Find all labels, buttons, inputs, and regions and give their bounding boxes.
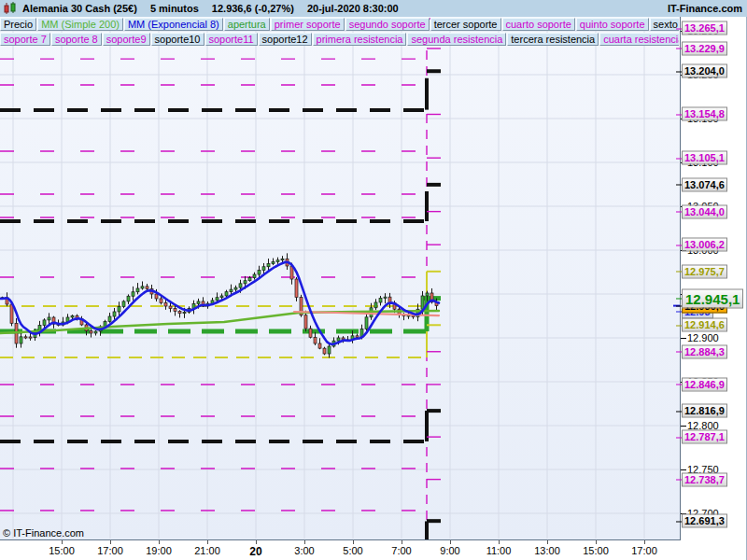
last-price-change: 12.936,6 (-0,27%) [212,3,294,14]
price-level-label: 12.914,6 [682,318,727,332]
trading-chart-window: Alemania 30 Cash (25€) 5 minutos 12.936,… [0,0,747,560]
x-axis-tick [644,540,645,544]
price-level-label: 12.691,3 [682,514,727,528]
price-level-label: 13.154,8 [682,107,727,121]
price-level-label: 12.884,3 [682,344,727,358]
legend-row-1: PrecioMM (Simple 200)MM (Exponencial 8)a… [0,18,679,33]
time-axis[interactable]: 15:0017:0019:0021:00203:005:007:009:0011… [0,540,681,560]
title-bar: Alemania 30 Cash (25€) 5 minutos 12.936,… [0,0,747,18]
y-axis-tick: 12.900 [687,332,719,343]
legend-item-mm-exponencial-8-[interactable]: MM (Exponencial 8) [124,18,223,31]
legend-item-cuarta-resistencia[interactable]: cuarta resistencia [599,33,679,46]
x-axis-tick [353,540,354,544]
x-axis-label: 20 [249,545,261,558]
x-axis-tick [159,540,160,544]
x-axis-label: 17:00 [97,545,123,556]
price-level-label: 13.074,6 [682,177,727,191]
price-level-label: 13.105,1 [682,151,727,165]
x-axis-label: 15:00 [583,545,609,556]
legend-row-2: soporte 7soporte 8soporte9soporte10sopor… [0,33,679,48]
brand-link[interactable]: IT-Finance.com [668,3,742,14]
price-level-label: 13.044,0 [682,204,727,218]
candlestick-icon [3,2,17,15]
legend-item-tercera-resistencia[interactable]: tercera resistencia [507,33,599,46]
legend-item-quinto-soporte[interactable]: quinto soporte [576,18,649,31]
datetime-label: 20-jul-2020 8:30:00 [307,3,399,14]
indicator-legend: PrecioMM (Simple 200)MM (Exponencial 8)a… [0,18,679,49]
legend-item-mm-simple-200-[interactable]: MM (Simple 200) [37,18,123,31]
chart-canvas[interactable]: © IT-Finance.com [0,17,681,540]
x-axis-tick [207,540,208,544]
legend-item-cuarto-soporte[interactable]: cuarto soporte [502,18,575,31]
price-level-label: 12.975,7 [682,264,727,278]
instrument-title: Alemania 30 Cash (25€) [22,3,137,14]
x-axis-label: 19:00 [146,545,172,556]
price-axis[interactable]: 13.25013.20013.15013.10013.05013.00012.9… [681,17,747,560]
legend-item-soporte-8[interactable]: soporte 8 [51,33,102,46]
legend-item-soporte9[interactable]: soporte9 [103,33,150,46]
price-level-label: 12.816,9 [682,404,727,418]
x-axis-label: 7:00 [391,545,411,556]
legend-item-segundo-soporte[interactable]: segundo soporte [345,18,430,31]
copyright-watermark: © IT-Finance.com [3,527,84,539]
legend-item-segunda-resistencia[interactable]: segunda resistencia [407,33,506,46]
x-axis-tick [62,540,63,544]
x-axis-tick [450,540,451,544]
x-axis-label: 3:00 [294,545,314,556]
x-axis-label: 21:00 [194,545,220,556]
price-level-label: 13.229,9 [682,41,727,55]
x-axis-tick [547,540,548,544]
x-axis-label: 17:00 [631,545,657,556]
legend-item-soporte10[interactable]: soporte10 [151,33,204,46]
legend-item-apertura[interactable]: apertura [224,18,270,31]
price-level-label: 13.204,0 [682,64,727,78]
legend-item-soporte11[interactable]: soporte11 [205,33,258,46]
legend-item-primer-soporte[interactable]: primer soporte [271,18,345,31]
x-axis-tick [596,540,597,544]
legend-item-soporte-7[interactable]: soporte 7 [0,33,50,46]
x-axis-label: 13:00 [534,545,560,556]
price-chart-svg [0,17,680,539]
x-axis-tick [110,540,111,544]
x-axis-label: 11:00 [486,545,512,556]
price-level-label: 12.787,1 [682,430,727,444]
x-axis-tick [256,540,257,544]
x-axis-label: 5:00 [343,545,362,556]
x-axis-label: 9:00 [440,545,459,556]
price-level-label: 13.265,1 [682,21,727,35]
price-level-label: 12.738,7 [682,472,727,486]
legend-item-soporte12[interactable]: soporte12 [259,33,312,46]
x-axis-tick [304,540,305,544]
x-axis-tick [499,540,500,544]
open-price-label: 12.945,1 [682,288,743,308]
price-level-label: 12.846,9 [682,377,727,391]
legend-item-precio[interactable]: Precio [0,18,36,31]
legend-item-tercer-soporte[interactable]: tercer soporte [430,18,501,31]
legend-item-sexto-soporte[interactable]: sexto soporte [650,18,679,31]
legend-item-primera-resistencia[interactable]: primera resistencia [313,33,407,46]
x-axis-tick [402,540,402,544]
price-level-label: 13.006,2 [682,238,727,252]
timeframe-label: 5 minutos [150,3,199,14]
x-axis-label: 15:00 [49,545,75,556]
